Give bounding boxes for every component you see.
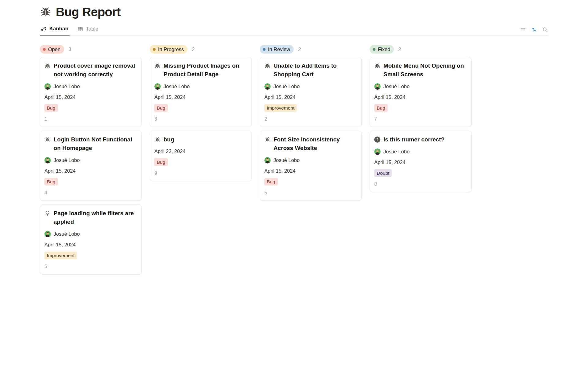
view-tabbar: Kanban Table	[40, 24, 548, 36]
card-assignee: Josué Lobo	[154, 83, 247, 90]
column-header[interactable]: In Review 2	[260, 45, 362, 54]
column-cards: Unable to Add Items to Shopping Cart Jos…	[260, 57, 362, 201]
card-assignee-name: Josué Lobo	[54, 231, 80, 237]
card-assignee: Josué Lobo	[264, 157, 357, 163]
card-number: 3	[154, 116, 247, 122]
column-header[interactable]: In Progress 2	[150, 45, 252, 54]
card-assignee: Josué Lobo	[44, 83, 137, 90]
bug-icon	[374, 63, 380, 69]
card-number: 7	[374, 116, 467, 122]
card-date: April 15, 2024	[44, 94, 137, 100]
card-title-row: Login Button Not Functional on Homepage	[44, 135, 137, 152]
kanban-card[interactable]: Unable to Add Items to Shopping Cart Jos…	[260, 57, 362, 127]
column-name: In Progress	[158, 47, 184, 52]
card-title-row: Missing Product Images on Product Detail…	[154, 62, 247, 79]
card-number: 6	[44, 264, 137, 269]
column-cards: Mobile Menu Not Opening on Small Screens…	[370, 57, 472, 192]
card-tag: Improvement	[264, 104, 297, 112]
kanban-card[interactable]: ? Is this numer correct? Josué Lobo Apri…	[370, 131, 472, 192]
card-assignee: Josué Lobo	[44, 230, 137, 237]
card-title-row: Product cover image removal not working …	[44, 62, 137, 79]
column-count: 2	[192, 47, 194, 52]
card-title: Login Button Not Functional on Homepage	[54, 135, 137, 152]
card-assignee: Josué Lobo	[264, 83, 357, 90]
card-assignee-name: Josué Lobo	[383, 149, 409, 155]
column-count: 2	[298, 47, 301, 52]
avatar	[264, 157, 271, 163]
view-toolbar	[520, 27, 548, 33]
column-cards: Product cover image removal not working …	[40, 57, 142, 275]
card-tag: Bug	[44, 178, 58, 185]
column-cards: Missing Product Images on Product Detail…	[150, 57, 252, 181]
card-number: 4	[44, 190, 137, 196]
column-count: 3	[68, 47, 71, 52]
kanban-card[interactable]: Mobile Menu Not Opening on Small Screens…	[370, 57, 472, 127]
kanban-card[interactable]: Font Size Inconsistency Across Website J…	[260, 131, 362, 201]
card-title: Missing Product Images on Product Detail…	[164, 62, 247, 79]
kanban-column: In Review 2 Unable to Add Items to Shopp…	[260, 45, 362, 275]
card-tag: Bug	[154, 104, 168, 112]
column-pill: In Review	[260, 45, 294, 54]
card-title: Is this numer correct?	[383, 135, 445, 144]
bug-icon	[44, 137, 51, 143]
column-name: Fixed	[378, 47, 390, 52]
sort-icon[interactable]	[531, 27, 537, 33]
card-title: Product cover image removal not working …	[54, 62, 137, 79]
card-title: Unable to Add Items to Shopping Cart	[273, 62, 357, 79]
column-header[interactable]: Open 3	[40, 45, 142, 54]
card-number: 1	[44, 116, 137, 122]
lightbulb-icon	[44, 210, 51, 216]
card-number: 9	[154, 170, 247, 176]
kanban-board: Open 3 Product cover image removal not w…	[40, 45, 548, 275]
card-tag: Bug	[44, 104, 58, 112]
tab-table[interactable]: Table	[76, 26, 100, 35]
bug-icon	[154, 63, 160, 69]
bug-icon	[154, 137, 160, 143]
card-assignee-name: Josué Lobo	[273, 84, 300, 89]
avatar	[44, 157, 51, 163]
search-icon[interactable]	[542, 27, 548, 33]
card-title: Font Size Inconsistency Across Website	[273, 135, 357, 152]
status-dot-icon	[153, 48, 156, 51]
column-pill: Fixed	[370, 45, 394, 54]
column-count: 2	[398, 47, 401, 52]
card-assignee: Josué Lobo	[44, 157, 137, 163]
card-date: April 15, 2024	[154, 94, 247, 100]
column-header[interactable]: Fixed 2	[370, 45, 472, 54]
card-assignee-name: Josué Lobo	[54, 84, 80, 89]
card-date: April 15, 2024	[44, 242, 137, 248]
card-tag: Bug	[264, 178, 278, 185]
kanban-card[interactable]: bug April 22, 2024 Bug 9	[150, 131, 252, 181]
bug-icon	[44, 63, 51, 69]
avatar	[44, 83, 51, 90]
card-title-row: Mobile Menu Not Opening on Small Screens	[374, 62, 467, 79]
status-dot-icon	[263, 48, 266, 51]
card-date: April 15, 2024	[264, 168, 357, 174]
card-number: 5	[264, 190, 357, 196]
kanban-card[interactable]: Product cover image removal not working …	[40, 57, 142, 127]
card-assignee-name: Josué Lobo	[54, 157, 80, 163]
kanban-view-icon	[41, 26, 47, 32]
page-header: Bug Report	[40, 4, 548, 20]
kanban-card[interactable]: Page loading while filters are applied J…	[40, 204, 142, 275]
kanban-card[interactable]: Login Button Not Functional on Homepage …	[40, 131, 142, 201]
card-assignee: Josué Lobo	[374, 148, 467, 155]
avatar	[44, 231, 51, 237]
status-dot-icon	[373, 48, 375, 51]
column-name: Open	[48, 47, 60, 52]
card-date: April 15, 2024	[374, 94, 467, 100]
avatar	[264, 83, 271, 90]
card-title-row: ? Is this numer correct?	[374, 135, 467, 144]
card-tag: Doubt	[374, 169, 392, 177]
card-title-row: Unable to Add Items to Shopping Cart	[264, 62, 357, 79]
card-title-row: Font Size Inconsistency Across Website	[264, 135, 357, 152]
column-pill: In Progress	[150, 45, 187, 54]
kanban-card[interactable]: Missing Product Images on Product Detail…	[150, 57, 252, 127]
card-number: 2	[264, 116, 357, 122]
page: Bug Report Kanban Table Open 3	[40, 0, 548, 275]
card-assignee-name: Josué Lobo	[273, 157, 300, 163]
card-title: bug	[164, 135, 174, 144]
tab-table-label: Table	[86, 26, 98, 32]
filter-icon[interactable]	[520, 27, 526, 33]
tab-kanban[interactable]: Kanban	[40, 26, 70, 36]
